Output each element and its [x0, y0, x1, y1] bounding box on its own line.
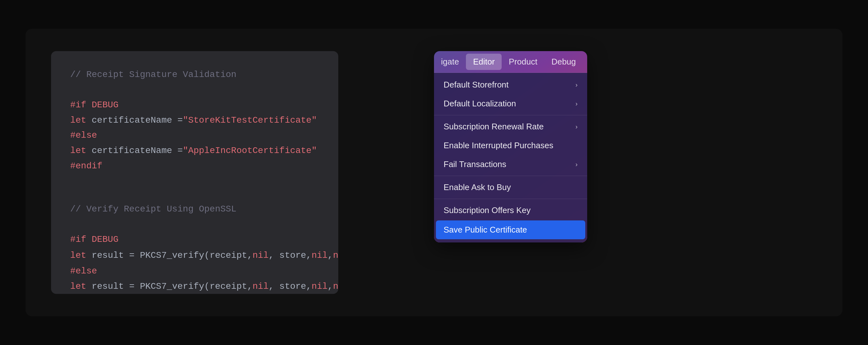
menu-separator	[434, 115, 587, 115]
tab-source-control[interactable]: Source Contro	[583, 54, 587, 70]
code-directive: #if DEBUG	[70, 232, 118, 247]
code-string: "StoreKitTestCertificate"	[183, 113, 317, 128]
menu-container: igate Editor Product Debug Source Contro…	[434, 51, 587, 242]
code-line: // Receipt Signature Validation	[70, 67, 319, 82]
code-line: let result = PKCS7_verify(receipt, nil ,…	[70, 279, 319, 294]
code-keyword: let	[70, 143, 86, 159]
code-line: #if DEBUG	[70, 97, 319, 113]
tab-navigate[interactable]: igate	[434, 54, 466, 70]
menu-item-label: Fail Transactions	[443, 160, 506, 169]
code-line: let result = PKCS7_verify(receipt, nil ,…	[70, 247, 319, 264]
menu-bar: igate Editor Product Debug Source Contro	[434, 51, 587, 73]
code-line: let certificateName = "StoreKitTestCerti…	[70, 113, 319, 128]
code-line: #else	[70, 263, 319, 279]
menu-item-enable-ask-to-buy[interactable]: Enable Ask to Buy	[436, 178, 585, 197]
menu-item-label: Enable Ask to Buy	[443, 182, 511, 192]
code-normal: result = PKCS7_verify(receipt,	[86, 279, 252, 294]
chevron-right-icon: ›	[576, 81, 578, 88]
chevron-right-icon: ›	[576, 161, 578, 168]
menu-item-label: Save Public Certificate	[443, 225, 527, 235]
code-normal: , store,	[269, 248, 311, 263]
code-normal: ,	[328, 279, 333, 294]
code-keyword: let	[70, 279, 86, 294]
code-blank	[70, 186, 319, 202]
menu-item-enable-interrupted-purchases[interactable]: Enable Interrupted Purchases	[436, 136, 585, 155]
chevron-right-icon: ›	[576, 123, 578, 130]
menu-item-label: Subscription Offers Key	[443, 205, 531, 215]
code-normal: certificateName =	[86, 143, 183, 159]
code-string: "AppleIncRootCertificate"	[183, 143, 317, 159]
code-nil: nil	[311, 279, 328, 294]
code-line: #else	[70, 128, 319, 143]
menu-item-label: Default Storefront	[443, 80, 509, 90]
menu-item-default-storefront[interactable]: Default Storefront ›	[436, 76, 585, 94]
code-nil: nil	[333, 279, 338, 294]
code-line: #if DEBUG	[70, 232, 319, 247]
menu-separator	[434, 199, 587, 199]
chevron-right-icon: ›	[576, 100, 578, 107]
tab-debug[interactable]: Debug	[545, 54, 583, 70]
code-nil: nil	[333, 248, 338, 263]
code-section-2: // Verify Receipt Using OpenSSL #if DEBU…	[70, 186, 319, 294]
code-comment: // Receipt Signature Validation	[70, 67, 237, 82]
menu-item-default-localization[interactable]: Default Localization ›	[436, 94, 585, 113]
code-directive: #if DEBUG	[70, 97, 118, 113]
menu-item-subscription-renewal-rate[interactable]: Subscription Renewal Rate ›	[436, 117, 585, 136]
code-blank	[70, 217, 319, 232]
tab-product[interactable]: Product	[502, 54, 545, 70]
menu-item-fail-transactions[interactable]: Fail Transactions ›	[436, 155, 585, 174]
code-nil: nil	[252, 248, 268, 263]
menu-separator	[434, 176, 587, 176]
menu-item-subscription-offers-key[interactable]: Subscription Offers Key	[436, 201, 585, 220]
code-line: // Verify Receipt Using OpenSSL	[70, 202, 319, 217]
code-normal: certificateName =	[86, 113, 183, 128]
menu-panel-wrapper: igate Editor Product Debug Source Contro…	[434, 51, 817, 294]
menu-item-label: Default Localization	[443, 99, 516, 109]
code-normal: result = PKCS7_verify(receipt,	[86, 248, 252, 263]
code-section-1: // Receipt Signature Validation #if DEBU…	[70, 67, 319, 173]
code-line: #endif	[70, 159, 319, 174]
code-normal: , store,	[269, 279, 311, 294]
menu-item-save-public-certificate[interactable]: Save Public Certificate	[436, 221, 585, 239]
code-directive: #endif	[70, 159, 102, 174]
code-nil: nil	[252, 279, 268, 294]
code-directive: #else	[70, 263, 97, 279]
code-comment: // Verify Receipt Using OpenSSL	[70, 202, 237, 217]
code-editor-panel: // Receipt Signature Validation #if DEBU…	[51, 51, 338, 294]
code-blank	[70, 82, 319, 98]
tab-editor[interactable]: Editor	[466, 54, 502, 70]
dropdown-menu: Default Storefront › Default Localizatio…	[434, 73, 587, 242]
code-nil: nil	[311, 248, 328, 263]
code-keyword: let	[70, 113, 86, 128]
main-container: // Receipt Signature Validation #if DEBU…	[26, 29, 842, 316]
code-directive: #else	[70, 128, 97, 143]
menu-item-label: Subscription Renewal Rate	[443, 122, 544, 132]
code-keyword: let	[70, 248, 86, 263]
code-line: let certificateName = "AppleIncRootCerti…	[70, 143, 319, 159]
menu-item-label: Enable Interrupted Purchases	[443, 141, 553, 150]
code-normal: ,	[328, 248, 333, 263]
